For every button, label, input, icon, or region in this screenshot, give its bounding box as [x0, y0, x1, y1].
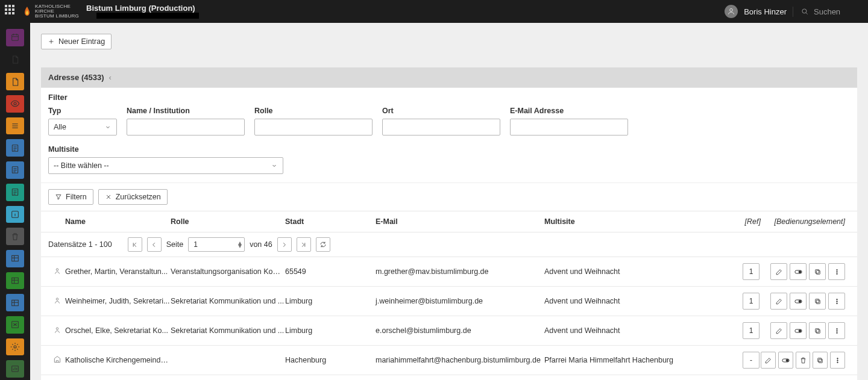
trash-icon — [10, 232, 20, 241]
row-edit-button[interactable] — [770, 322, 787, 339]
col-email[interactable]: E-Mail — [376, 217, 544, 226]
filter-typ-select[interactable]: Alle — [48, 119, 117, 135]
sidenav-item-14[interactable] — [6, 338, 24, 356]
search-input[interactable] — [813, 7, 863, 17]
row-copy-button[interactable] — [813, 352, 828, 369]
pager-info: Datensätze 1 - 100 — [48, 240, 112, 249]
pager-last[interactable] — [297, 237, 311, 252]
copy-icon — [814, 268, 822, 276]
row-ref-badge[interactable]: 1 — [743, 263, 760, 280]
apps-icon[interactable] — [5, 5, 18, 18]
row-toggle-button[interactable] — [790, 263, 807, 280]
sidenav-item-12[interactable] — [6, 294, 24, 311]
toggle-icon — [781, 356, 790, 365]
pager-first[interactable] — [128, 237, 142, 252]
pager-page-input[interactable]: 1▴▾ — [188, 237, 245, 252]
panel-title: Adresse (4533) — [48, 73, 104, 82]
funnel-icon — [55, 193, 62, 201]
sidenav-item-6[interactable] — [6, 161, 24, 179]
sidenav-item-10[interactable] — [6, 250, 24, 267]
filter-ort-input[interactable] — [382, 119, 500, 135]
pager-refresh[interactable] — [316, 237, 330, 252]
row-more-button[interactable] — [828, 293, 845, 310]
row-copy-button[interactable] — [809, 293, 826, 310]
row-name: Katholische Kirchengemeinde... — [65, 356, 171, 364]
new-entry-button[interactable]: Neuer Eintrag — [41, 34, 112, 49]
col-rolle[interactable]: Rolle — [171, 217, 285, 226]
col-multisite[interactable]: Multisite — [544, 217, 731, 226]
sidenav-item-7[interactable] — [6, 184, 24, 201]
row-more-button[interactable] — [828, 263, 845, 280]
svg-point-22 — [836, 271, 837, 272]
row-ref-badge[interactable]: 1 — [743, 322, 760, 339]
eye-icon — [10, 99, 20, 108]
svg-rect-35 — [816, 329, 820, 333]
table-row[interactable]: Orschel, Elke, Sekretariat Ko...Sekretar… — [41, 316, 857, 346]
row-toggle-button[interactable] — [790, 322, 807, 339]
filter-rolle-input[interactable] — [254, 119, 373, 135]
filter-multisite-select[interactable]: -- Bitte wählen -- — [48, 157, 283, 174]
svg-rect-12 — [12, 300, 19, 305]
col-stadt[interactable]: Stadt — [285, 217, 376, 226]
row-edit-button[interactable] — [770, 293, 787, 310]
sidenav-item-5[interactable] — [6, 139, 24, 157]
pager-prev[interactable] — [147, 237, 162, 252]
row-more-button[interactable] — [828, 322, 845, 339]
plus-icon — [48, 38, 55, 45]
user-menu[interactable]: Boris Hinzer — [725, 5, 787, 18]
row-more-button[interactable] — [830, 352, 845, 369]
svg-point-30 — [836, 301, 837, 302]
svg-point-3 — [802, 9, 807, 13]
table-row[interactable]: Katholische Kirchengemeinde...Königstein… — [41, 375, 857, 380]
sidenav-item-13[interactable] — [6, 316, 24, 334]
row-rolle: Veranstaltungsorganisation Kom... — [171, 267, 285, 276]
table-row[interactable]: Grether, Martin, Veranstaltun...Veransta… — [41, 257, 857, 287]
sidenav-item-2[interactable] — [6, 73, 24, 90]
copy-icon — [816, 357, 824, 364]
row-delete-button[interactable] — [796, 352, 811, 369]
sidenav-item-1[interactable] — [6, 51, 24, 69]
svg-point-37 — [836, 328, 837, 329]
svg-point-18 — [799, 270, 801, 273]
sidenav-item-4[interactable] — [6, 117, 24, 135]
svg-point-29 — [836, 299, 837, 300]
row-copy-button[interactable] — [809, 322, 826, 339]
toggle-icon — [794, 267, 803, 276]
spinner-icon[interactable]: ▴▾ — [238, 241, 242, 248]
row-edit-button[interactable] — [761, 352, 776, 369]
panel-header[interactable]: Adresse (4533) ‹ — [41, 67, 857, 87]
filter-reset-button[interactable]: Zurücksetzen — [98, 189, 168, 205]
filter-apply-button[interactable]: Filtern — [48, 189, 93, 205]
svg-point-23 — [836, 273, 837, 274]
pager-next[interactable] — [277, 237, 292, 252]
row-ref-badge[interactable]: 1 — [743, 293, 760, 310]
more-icon — [833, 268, 841, 276]
filter-multisite-value: -- Bitte wählen -- — [54, 161, 109, 170]
sidenav-item-8[interactable] — [6, 206, 24, 223]
filter-name-input[interactable] — [127, 119, 245, 135]
row-ref-badge[interactable]: - — [743, 352, 760, 369]
table-icon — [10, 254, 20, 263]
table-row[interactable]: Katholische Kirchengemeinde...Hachenburg… — [41, 346, 857, 375]
svg-point-26 — [799, 300, 801, 302]
sidenav-item-11[interactable] — [6, 272, 24, 290]
row-rolle: Sekretariat Kommunikation und ... — [171, 297, 285, 305]
page-icon — [10, 77, 20, 87]
svg-point-34 — [799, 329, 801, 332]
svg-point-38 — [836, 330, 837, 331]
col-name[interactable]: Name — [65, 217, 171, 226]
svg-point-46 — [837, 361, 838, 363]
sidenav-item-9[interactable] — [6, 228, 24, 245]
sidenav-item-3[interactable] — [6, 95, 24, 113]
row-toggle-button[interactable] — [790, 293, 807, 310]
svg-rect-20 — [815, 269, 819, 273]
filter-typ-label: Typ — [48, 107, 117, 115]
sidenav-item-0[interactable] — [6, 29, 24, 46]
row-toggle-button[interactable] — [778, 352, 793, 369]
sidenav-item-15[interactable] — [6, 360, 24, 378]
table-row[interactable]: Weinheimer, Judith, Sekretari...Sekretar… — [41, 287, 857, 316]
global-search[interactable] — [793, 7, 863, 17]
filter-email-input[interactable] — [510, 119, 628, 135]
row-copy-button[interactable] — [809, 263, 826, 280]
row-edit-button[interactable] — [770, 263, 787, 280]
